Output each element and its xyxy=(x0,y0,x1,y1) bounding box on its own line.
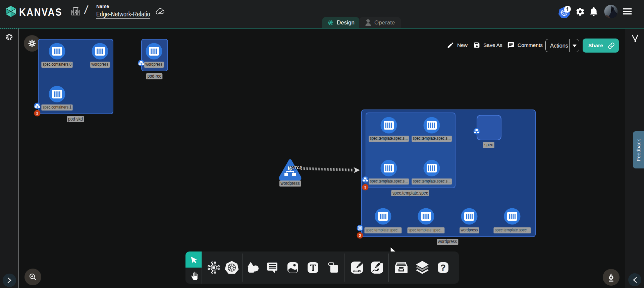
svg-text:2: 2 xyxy=(36,111,38,115)
svg-text:3: 3 xyxy=(359,233,361,237)
svg-text:?: ? xyxy=(440,263,446,273)
svg-text:3: 3 xyxy=(364,185,366,189)
